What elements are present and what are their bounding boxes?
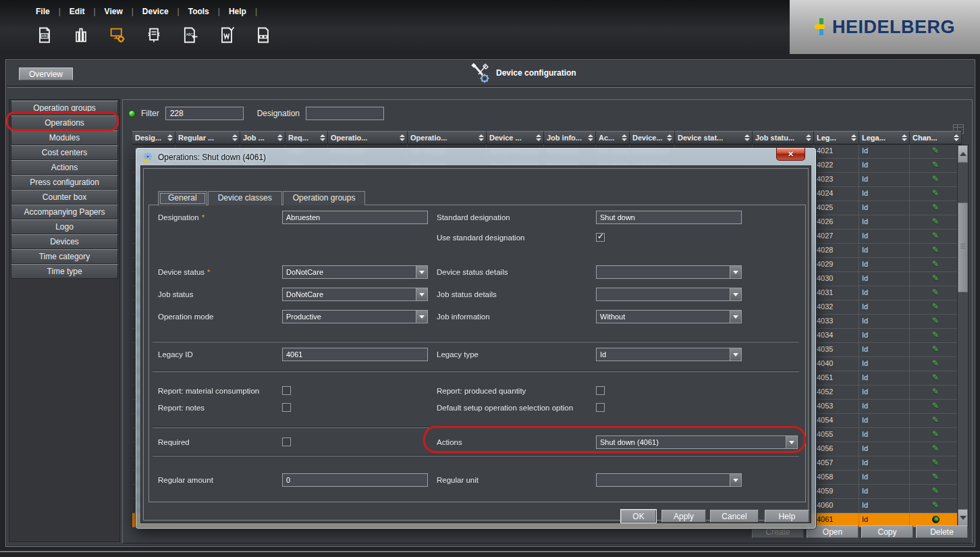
sort-arrows-icon[interactable]	[399, 134, 405, 141]
column-header-req[interactable]: Req...	[285, 131, 328, 144]
column-header-job-statu[interactable]: Job statu...	[753, 131, 814, 144]
sort-arrows-icon[interactable]	[953, 134, 959, 141]
use-standard-designation-checkbox[interactable]	[596, 233, 605, 242]
sort-arrows-icon[interactable]	[167, 134, 173, 141]
scroll-down-button[interactable]	[958, 509, 968, 527]
ok-button[interactable]: OK	[621, 510, 656, 523]
column-header-desig[interactable]: Desig...	[132, 131, 175, 144]
column-header-regular[interactable]: Regular ...	[175, 131, 240, 144]
document-abc-icon[interactable]: ABC	[34, 24, 55, 46]
operation-mode-dropdown[interactable]: Productive	[282, 310, 428, 323]
sidebar-item-operation-groups[interactable]: Operation groups	[11, 101, 118, 115]
document-link-icon[interactable]	[252, 24, 274, 46]
tab-operation-groups[interactable]: Operation groups	[283, 191, 366, 205]
menu-view[interactable]: View	[96, 5, 132, 18]
legacy-id-input[interactable]	[282, 348, 428, 361]
default-setup-checkbox[interactable]	[596, 403, 605, 412]
sort-arrows-icon[interactable]	[319, 134, 325, 141]
designation-input[interactable]	[282, 211, 428, 224]
sidebar-item-operations[interactable]: Operations	[11, 115, 118, 130]
sidebar-item-time-category[interactable]: Time category	[11, 249, 118, 264]
regular-amount-input[interactable]	[282, 473, 428, 487]
scroll-up-button[interactable]	[958, 145, 968, 163]
menu-help[interactable]: Help	[220, 5, 255, 18]
menu-device[interactable]: Device	[134, 5, 178, 18]
column-header-job-info[interactable]: Job info...	[544, 131, 596, 144]
sort-arrows-icon[interactable]	[232, 134, 238, 141]
sort-arrows-icon[interactable]	[478, 134, 484, 141]
column-header-device[interactable]: Device ...	[487, 131, 544, 144]
copy-button[interactable]: Copy	[861, 525, 913, 538]
report-material-checkbox[interactable]	[282, 386, 291, 395]
table-cell: 4034	[814, 329, 859, 343]
sidebar-item-cost-centers[interactable]: Cost centers	[11, 145, 118, 160]
scrollbar-thumb[interactable]	[958, 203, 968, 292]
sort-arrows-icon[interactable]	[744, 134, 750, 141]
sidebar-item-logo[interactable]: Logo	[11, 219, 118, 234]
apply-button[interactable]: Apply	[661, 510, 706, 523]
report-quantity-checkbox[interactable]	[596, 386, 605, 395]
job-status-details-dropdown[interactable]	[596, 288, 742, 301]
change-log-cell: ✎	[910, 144, 962, 159]
device-configuration-tool-icon[interactable]	[107, 24, 128, 46]
column-header-operatio[interactable]: Operatio...	[328, 131, 408, 144]
menu-edit[interactable]: Edit	[61, 5, 94, 18]
press-device-icon[interactable]	[143, 24, 165, 46]
column-header-ac[interactable]: Ac...	[596, 131, 630, 144]
actions-dropdown[interactable]: Shut down (4061)	[596, 435, 798, 449]
change-log-cell: ✎	[910, 485, 962, 499]
brand-text: HEIDELBERG	[832, 17, 955, 38]
device-status-dropdown[interactable]: DoNotCare	[282, 265, 428, 279]
sort-arrows-icon[interactable]	[666, 134, 672, 141]
column-header-device-stat[interactable]: Device stat...	[675, 131, 753, 144]
sort-arrows-icon[interactable]	[901, 134, 907, 141]
report-notes-checkbox[interactable]	[282, 403, 291, 412]
print-queue-icon[interactable]	[70, 24, 92, 46]
sidebar-item-accompanying-papers[interactable]: Accompanying Papers	[11, 205, 118, 219]
overview-tab[interactable]: Overview	[19, 68, 73, 80]
change-log-cell: ✎	[910, 414, 962, 428]
menu-file[interactable]: File	[27, 5, 59, 18]
device-status-details-dropdown[interactable]	[596, 265, 742, 279]
close-button[interactable]: ✕	[776, 148, 805, 161]
filter-input[interactable]	[165, 107, 244, 120]
sort-arrows-icon[interactable]	[850, 134, 856, 141]
help-button[interactable]: Help	[765, 510, 809, 523]
sort-arrows-icon[interactable]	[277, 134, 283, 141]
legacy-id-label: Legacy ID	[158, 348, 193, 361]
job-information-dropdown[interactable]: Without	[596, 310, 742, 323]
menu-tools[interactable]: Tools	[180, 5, 218, 18]
column-header-leg[interactable]: Leg...	[814, 131, 859, 144]
delete-button[interactable]: Delete	[916, 525, 968, 538]
legacy-type-dropdown[interactable]: Id	[596, 348, 742, 361]
document-w-check-icon[interactable]	[216, 24, 238, 46]
sidebar-item-modules[interactable]: Modules	[11, 130, 118, 145]
dialog-titlebar[interactable]: Operations: Shut down (4061)	[142, 151, 266, 164]
sort-arrows-icon[interactable]	[621, 134, 627, 141]
column-header-operatio[interactable]: Operatio...	[408, 131, 487, 144]
sidebar-item-press-configuration[interactable]: Press configuration	[11, 175, 118, 190]
sort-arrows-icon[interactable]	[587, 134, 593, 141]
designation-filter-input[interactable]	[306, 107, 384, 120]
tab-general[interactable]: General	[158, 191, 207, 206]
standard-designation-input[interactable]	[596, 211, 742, 224]
tab-device-classes[interactable]: Device classes	[208, 191, 282, 205]
column-header-job[interactable]: Job ...	[240, 131, 285, 144]
sort-arrows-icon[interactable]	[805, 134, 811, 141]
menu-bar: File|Edit|View|Device|Tools|Help|	[27, 5, 257, 18]
column-header-device[interactable]: Device...	[630, 131, 675, 144]
job-status-dropdown[interactable]: DoNotCare	[282, 288, 428, 301]
vertical-scrollbar[interactable]	[957, 144, 969, 527]
document-import-icon[interactable]: ABC	[180, 24, 201, 46]
sidebar-item-devices[interactable]: Devices	[11, 234, 118, 249]
regular-unit-dropdown[interactable]	[596, 473, 742, 487]
sidebar-item-counter-box[interactable]: Counter box	[11, 190, 118, 205]
column-header-chan[interactable]: Chan...	[910, 131, 962, 144]
report-quantity-label: Report: produced quantity	[437, 384, 526, 398]
sidebar-item-time-type[interactable]: Time type	[11, 264, 118, 279]
column-header-lega[interactable]: Lega...	[859, 131, 910, 144]
sidebar-item-actions[interactable]: Actions	[11, 160, 118, 175]
required-checkbox[interactable]	[282, 437, 291, 446]
sort-arrows-icon[interactable]	[535, 134, 541, 141]
cancel-button[interactable]: Cancel	[710, 510, 759, 523]
